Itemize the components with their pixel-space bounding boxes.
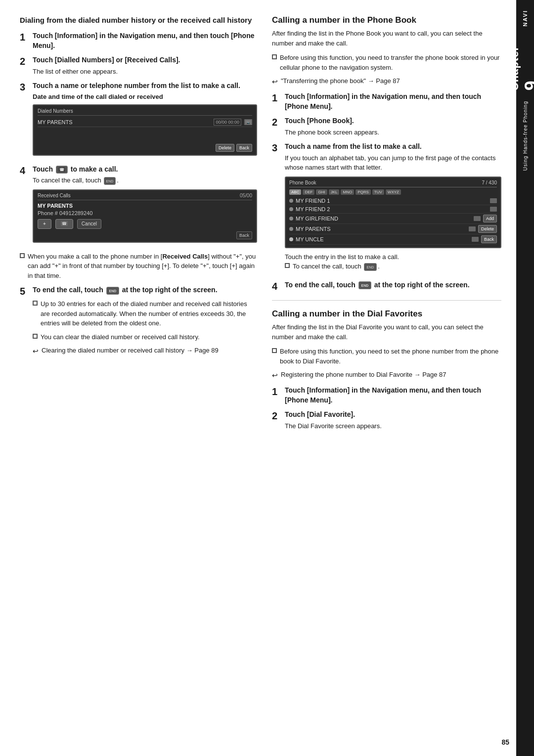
phonebook-icon-5 (472, 237, 479, 242)
back-btn-received[interactable]: Back (236, 231, 252, 239)
dialed-screen-row[interactable]: MY PARENTS 00/00 00:00 📷 (38, 118, 252, 127)
cancel-btn[interactable]: Cancel (77, 219, 101, 229)
dial-favorites-intro: After finding the list in the Dial Favor… (272, 322, 501, 342)
right-step-2-number: 2 (272, 116, 281, 128)
step-3-subtitle: Date and time of the call dialed or rece… (33, 93, 257, 100)
phonebook-row-2[interactable]: MY FRIEND 2 (289, 205, 497, 214)
step-5-number: 5 (20, 285, 29, 297)
right-step-3-body: If you touch an alphabet tab, you can ju… (285, 153, 501, 173)
right-step-2-title: Touch [Phone Book]. (285, 116, 501, 126)
step-1-title: Touch [Information] in the Navigation me… (33, 31, 257, 50)
bullet-sq-2 (33, 301, 38, 306)
arrow-icon-df: ↩ (272, 370, 278, 381)
step-5-content: To end the call, touch END at the top ri… (33, 285, 257, 360)
step-2-content: Touch [Dialled Numbers] or [Received Cal… (33, 55, 257, 76)
step5-bullet3: ↩ Clearing the dialed number or received… (33, 346, 257, 356)
tab-pqrs[interactable]: PQRS (356, 189, 371, 195)
tab-wxyz[interactable]: WXYZ (386, 189, 401, 195)
dial-fav-step-2-number: 2 (272, 410, 281, 422)
dial-fav-step-1-number: 1 (272, 386, 281, 398)
svg-text:END: END (109, 289, 116, 293)
right-step-3-content: Touch a name from the list to make a cal… (285, 142, 501, 275)
delete-btn[interactable]: Delete (216, 144, 234, 152)
back-btn-dialed[interactable]: Back (236, 144, 252, 152)
step-4-title: Touch ☎ to make a call. (33, 165, 257, 175)
received-title: Received Calls (38, 193, 71, 198)
received-calls-note-text: When you make a call to the phone number… (28, 252, 257, 281)
dialed-screen-header: Dialed Numbers (38, 108, 252, 116)
add-btn[interactable]: Add (483, 215, 497, 222)
right-step-3: 3 Touch a name from the list to make a c… (272, 142, 501, 275)
right-step-4: 4 To end the call, touch END at the top … (272, 280, 501, 292)
dial-fav-step-1: 1 Touch [Information] in the Navigation … (272, 386, 501, 405)
step5-bullet1: Up to 30 entries for each of the dialed … (33, 299, 257, 328)
tab-jkl[interactable]: JKL (329, 189, 340, 195)
dial-fav-bullet2-text: Registering the phone number to Dial Fav… (281, 370, 446, 380)
right-step-3-number: 3 (272, 142, 281, 154)
tab-ghi[interactable]: GHI (316, 189, 327, 195)
phonebook-title: Phone Book (289, 180, 316, 185)
phonebook-row-5[interactable]: MY UNCLE Back (289, 234, 497, 245)
right-step-2: 2 Touch [Phone Book]. The phone book scr… (272, 116, 501, 137)
plus-btn[interactable]: + (38, 219, 51, 229)
received-action-buttons: + ☎ Cancel (38, 219, 252, 229)
phonebook-dot-5 (289, 237, 293, 241)
right-step-4-content: To end the call, touch END at the top ri… (285, 280, 501, 290)
phonebook-delete-btn[interactable]: Delete (478, 225, 497, 233)
step-3: 3 Touch a name or telephone number from … (20, 81, 257, 160)
right-tab: NAVI Chapter 9 Using Hands-free Phoning (516, 0, 534, 756)
chapter-word: Chapter (508, 46, 521, 90)
step-1-number: 1 (20, 31, 29, 43)
phonebook-name-2: MY FRIEND 2 (296, 206, 488, 212)
phonebook-note: Touch the entry in the list to make a ca… (285, 252, 501, 262)
step-4: 4 Touch ☎ to make a call. To cancel the … (20, 165, 257, 247)
step-3-number: 3 (20, 81, 29, 93)
svg-text:END: END (361, 284, 368, 287)
right-step-4-number: 4 (272, 280, 281, 292)
arrow-icon-r2: ↩ (272, 77, 278, 87)
phonebook-row-4[interactable]: MY PARENTS Delete (289, 224, 497, 234)
step5-bullet3-text: Clearing the dialed number or received c… (42, 346, 219, 356)
right-step-2-body: The phone book screen appears. (285, 128, 501, 137)
phonebook-cancel-text: To cancel the call, touch END . (293, 262, 380, 271)
svg-text:☎: ☎ (59, 168, 64, 172)
tab-def[interactable]: DEF (303, 189, 314, 195)
phonebook-back-btn[interactable]: Back (481, 235, 497, 243)
right-step-1: 1 Touch [Information] in the Navigation … (272, 92, 501, 111)
phonebook-row-1[interactable]: MY FRIEND 1 (289, 197, 497, 205)
call-btn[interactable]: ☎ (55, 219, 73, 229)
bullet-sq-pb (285, 263, 290, 268)
dial-fav-step-1-content: Touch [Information] in the Navigation me… (285, 386, 501, 405)
navi-label: NAVI (522, 10, 528, 26)
right-step-1-number: 1 (272, 92, 281, 104)
phonebook-name-5: MY UNCLE (296, 236, 469, 242)
received-screen-header: Received Calls 05/00 (38, 193, 252, 200)
right-step-2-content: Touch [Phone Book]. The phone book scree… (285, 116, 501, 137)
phonebook-cancel-note: To cancel the call, touch END . (285, 262, 501, 271)
chapter-label: Chapter 9 (508, 46, 534, 90)
dial-fav-step-2-body: The Dial Favorite screen appears. (285, 421, 501, 431)
step-2-body: The list of either one appears. (33, 67, 257, 77)
right-step-1-title: Touch [Information] in the Navigation me… (285, 92, 501, 111)
phonebook-icon-3 (474, 216, 481, 221)
tab-abc[interactable]: ABC (289, 189, 301, 195)
phonebook-row-3[interactable]: MY GIRLFRIEND Add (289, 214, 497, 224)
phonebook-icon-4 (469, 226, 476, 231)
dial-fav-step-2: 2 Touch [Dial Favorite]. The Dial Favori… (272, 410, 501, 431)
dial-favorites-title: Calling a number in the Dial Favorites (272, 309, 501, 319)
phonebook-name-4: MY PARENTS (296, 226, 466, 232)
phonebook-tabs: ABC DEF GHI JKL MNO PQRS TUV WXYZ (289, 189, 497, 195)
received-name: MY PARENTS (38, 203, 252, 209)
step-2: 2 Touch [Dialled Numbers] or [Received C… (20, 55, 257, 76)
left-column: Dialing from the dialed number history o… (20, 15, 257, 736)
tab-tuv[interactable]: TUV (372, 189, 384, 195)
bullet-square-1 (20, 253, 25, 258)
phonebook-name-1: MY FRIEND 1 (296, 198, 488, 204)
right-bullet2-text: "Transferring the phone book" → Page 87 (281, 76, 400, 86)
tab-mno[interactable]: MNO (341, 189, 354, 195)
end-call-icon-step5: END (106, 287, 119, 295)
using-label: Using Hands-free Phoning (523, 101, 528, 171)
step-5-title: To end the call, touch END at the top ri… (33, 285, 257, 295)
dialed-screen-title: Dialed Numbers (38, 108, 73, 114)
phone-book-screen: Phone Book 7 / 430 ABC DEF GHI JKL MNO P… (285, 177, 501, 248)
